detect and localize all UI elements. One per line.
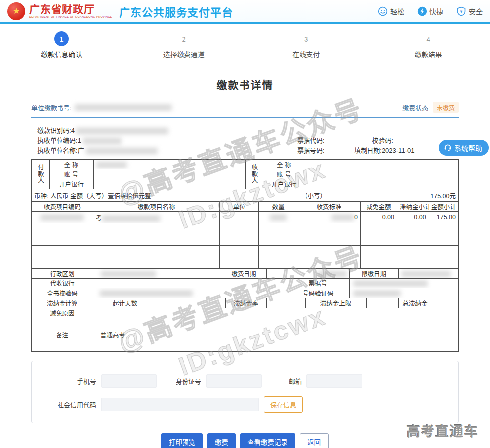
- feature-safe-label: 安全: [469, 6, 483, 16]
- doc-check-label: 全书校验码: [32, 288, 93, 298]
- item-subtotal-cell: 175.00: [429, 212, 458, 223]
- col-unit: 单位: [219, 202, 258, 212]
- region-label: 行政区划: [32, 269, 93, 279]
- pay-date-label: 缴费日期: [221, 269, 266, 279]
- currency-table: 币种: 人民币 金额（大写）壹佰柒拾伍元整 （小写） 175.00元: [31, 189, 459, 202]
- step-4-label: 缴款结果: [415, 49, 442, 59]
- phone-input[interactable]: [101, 374, 157, 388]
- contact-row-2: 社会信用代码 保存信息: [47, 396, 443, 413]
- unit-code-prefix: 1: [78, 137, 81, 144]
- check-code-table: 全书校验码 号码验证码: [31, 288, 459, 298]
- step-2-label: 选择缴费通道: [163, 49, 205, 59]
- no-verify-value: [349, 288, 458, 298]
- status-badge: 未缴费: [433, 102, 459, 113]
- col-late-fee-subtotal: 滞纳金小计: [397, 202, 429, 212]
- empty-item-row: [32, 234, 459, 246]
- bottom-actions: 打印预览 缴费 查看缴费记录 返回: [31, 433, 459, 448]
- page: ★ 广东省财政厅 DEPARTMENT OF FINANCE OF GUANGD…: [0, 0, 490, 448]
- id-number-input[interactable]: [206, 374, 262, 388]
- region-redacted: [101, 271, 156, 277]
- feature-easy: 轻松: [378, 6, 404, 16]
- payee-name-label: 全 称: [263, 160, 305, 169]
- department-name: 广东省财政厅: [29, 4, 112, 14]
- header-features: 轻松 快捷 ¥ 安全: [378, 6, 483, 16]
- item-unit-cell: [219, 212, 258, 223]
- doc-number-redacted-value: [75, 104, 172, 111]
- item-code-redacted: [40, 214, 84, 221]
- deadline-redacted: [401, 271, 451, 277]
- amount-value: 175.00元: [430, 191, 456, 200]
- item-derate-cell: 0.00: [360, 212, 397, 223]
- item-name-cell: 考: [93, 212, 219, 223]
- payer-account-value: [93, 169, 245, 179]
- email-input[interactable]: [306, 374, 362, 388]
- region-date-table: 行政区划 缴费日期 限缴日期: [31, 268, 459, 279]
- remark-label: 备注: [32, 318, 93, 352]
- save-info-button[interactable]: 保存信息: [264, 396, 303, 413]
- shield-yuan-icon: ¥: [456, 6, 466, 16]
- payment-id-label: 缴款识别码:: [37, 127, 71, 134]
- doc-number-label: 单位缴款书号:: [31, 103, 72, 112]
- col-derate-amount: 减免金额: [360, 202, 397, 212]
- bill-code-row: 票据代码: 校验码:: [297, 136, 414, 146]
- derate-reason-label: 减免原因: [32, 308, 93, 318]
- unit-name-label: 执收单位名称:: [37, 147, 78, 154]
- payer-cell: 付款人: [32, 160, 50, 189]
- remark-table: 备注 普通高考: [31, 318, 459, 352]
- id-number-label: 身份证号: [157, 376, 201, 386]
- step-2-choose-channel: 2 选择缴费通道: [123, 32, 245, 59]
- unit-code-label: 执收单位编码:: [37, 137, 78, 144]
- bill-code-label: 票据代码:: [297, 137, 325, 144]
- payee-label: 收款人: [249, 164, 259, 184]
- headset-icon: [444, 143, 452, 153]
- item-standard-redacted: [331, 214, 354, 221]
- payment-id-row: 缴款识别码:4: [37, 126, 459, 136]
- item-name-prefix: 考: [96, 215, 102, 222]
- platform-title: 广东公共服务支付平台: [119, 3, 233, 19]
- print-preview-button[interactable]: 打印预览: [161, 433, 203, 448]
- step-wizard: 1 缴款信息确认 2 选择缴费通道 3 在线支付 4 缴款结果: [0, 24, 490, 64]
- late-total-label: 总滞纳金: [399, 298, 431, 308]
- back-button[interactable]: 返回: [300, 433, 329, 448]
- item-standard-cell: 0: [298, 212, 361, 223]
- payee-name-value: [305, 160, 459, 169]
- amount-cell: （小写） 175.00元: [299, 189, 458, 202]
- payer-name-value: [93, 160, 245, 169]
- empty-item-row: [32, 257, 459, 269]
- empty-item-row: [32, 223, 459, 234]
- step-4-result: 4 缴款结果: [368, 32, 490, 59]
- step-1-label: 缴款信息确认: [41, 49, 82, 59]
- billno-redacted: [353, 280, 428, 287]
- deadline-label: 限缴日期: [350, 269, 398, 279]
- fill-date-value: 2023-11-01: [382, 147, 415, 154]
- fee-item-row: 考 0 0.00 0.00 175.00: [32, 212, 459, 223]
- bank-billno-table: 代收银行 票据号: [31, 278, 459, 288]
- col-item-code: 收费项目编码: [32, 202, 93, 212]
- billno-label: 票据号: [287, 279, 349, 288]
- payment-id-redacted: [76, 128, 168, 134]
- fee-items-header-row: 收费项目编码 缴款项目名称 单位 数量 收费标准 减免金额 滞纳金小计 金额小计: [32, 202, 459, 212]
- step-2-number: 2: [177, 32, 191, 46]
- credit-code-input[interactable]: [101, 398, 259, 411]
- payment-sheet: 付款人 全 称 收款人 全 称 账 号 账 号 开户银行 开户银行: [31, 159, 459, 352]
- payer-name-redacted: [96, 162, 127, 168]
- step-4-number: 4: [422, 32, 435, 46]
- department-title: 广东省财政厅 DEPARTMENT OF FINANCE OF GUANGDON…: [29, 4, 112, 19]
- system-help-button[interactable]: 系统帮助: [439, 140, 489, 156]
- email-label: 邮箱: [262, 376, 302, 386]
- phone-label: 手机号: [47, 376, 96, 386]
- payer-account-label: 账 号: [50, 169, 94, 179]
- late-rate-value: [267, 298, 305, 308]
- payer-label: 付款人: [36, 164, 45, 184]
- contact-form-panel: 手机号 身份证号 邮箱 社会信用代码 保存信息: [31, 361, 459, 423]
- feature-easy-label: 轻松: [390, 6, 404, 16]
- derate-reason-value: [93, 308, 458, 318]
- view-records-button[interactable]: 查看缴费记录: [240, 433, 295, 448]
- national-emblem-logo: ★: [7, 2, 25, 20]
- late-rate-label: 滞纳金率: [225, 298, 267, 308]
- late-calc-label: 滞纳金计算: [32, 298, 93, 308]
- pay-date-redacted: [318, 271, 347, 277]
- col-item-name: 缴款项目名称: [93, 202, 219, 212]
- amount-small-label: （小写）: [302, 191, 326, 200]
- pay-button[interactable]: 缴费: [207, 433, 236, 448]
